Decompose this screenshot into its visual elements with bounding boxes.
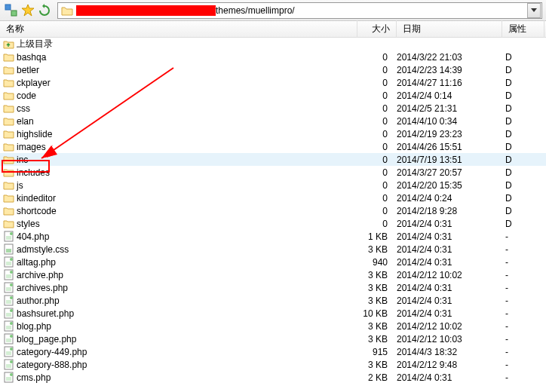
item-date: 2014/2/4 0:31: [397, 231, 502, 242]
list-item[interactable]: author.php3 KB2014/2/4 0:31-: [0, 294, 546, 307]
item-attr: D: [502, 103, 544, 114]
svg-rect-12: [6, 262, 11, 265]
chevron-down-icon[interactable]: [527, 3, 541, 18]
list-item[interactable]: bashqa02014/3/22 21:03D: [0, 51, 546, 63]
list-item[interactable]: ckplayer02014/4/27 11:16D: [0, 76, 546, 89]
list-item[interactable]: shortcode02014/2/18 9:28D: [0, 204, 546, 217]
item-name: js: [15, 180, 357, 191]
list-item[interactable]: css02014/2/5 21:31D: [0, 102, 546, 115]
list-item[interactable]: js02014/2/20 15:35D: [0, 179, 546, 191]
list-item[interactable]: category-449.php9152014/4/3 18:32-: [0, 345, 546, 358]
folder-icon: [2, 180, 15, 190]
item-size: 915: [357, 347, 397, 357]
folder-icon: [2, 193, 15, 203]
list-item[interactable]: blog_page.php3 KB2014/2/12 10:03-: [0, 332, 546, 345]
svg-point-40: [10, 373, 13, 376]
item-date: 2014/2/4 0:24: [397, 193, 502, 204]
item-date: 2014/2/12 9:48: [397, 360, 502, 370]
file-icon: [2, 243, 15, 255]
file-icon: [2, 269, 15, 280]
header-attr[interactable]: 属性: [502, 20, 544, 38]
item-date: 2014/4/27 11:16: [397, 78, 502, 88]
item-date: 2014/2/19 23:23: [397, 129, 502, 139]
item-attr: D: [502, 155, 544, 165]
file-list: 上级目录 bashqa02014/3/22 21:03Dbetler02014/…: [0, 38, 546, 392]
header-date[interactable]: 日期: [397, 20, 502, 38]
list-item[interactable]: alltag.php9402014/2/4 0:31-: [0, 256, 546, 268]
list-item[interactable]: elan02014/4/10 0:34D: [0, 115, 546, 127]
svg-rect-10: [6, 249, 11, 253]
list-item[interactable]: blog.php3 KB2014/2/12 10:02-: [0, 320, 546, 332]
list-item[interactable]: bashsuret.php10 KB2014/2/4 0:31-: [0, 307, 546, 320]
list-item[interactable]: 404.php1 KB2014/2/4 0:31-: [0, 230, 546, 243]
svg-marker-5: [531, 8, 537, 12]
svg-point-37: [10, 360, 13, 363]
parent-dir-row[interactable]: 上级目录: [0, 38, 546, 51]
path-text[interactable]: themes/muellimpro/: [216, 5, 295, 16]
item-name: 404.php: [15, 231, 357, 242]
item-attr: D: [502, 65, 544, 75]
item-name: archives.php: [15, 283, 357, 293]
connect-icon[interactable]: [4, 3, 19, 18]
item-name: blog_page.php: [15, 334, 357, 345]
item-size: 0: [357, 193, 397, 204]
list-item[interactable]: highslide02014/2/19 23:23D: [0, 127, 546, 140]
header-size[interactable]: 大小: [357, 20, 397, 38]
svg-point-16: [10, 271, 13, 274]
header-name[interactable]: 名称: [0, 20, 357, 38]
folder-icon: [61, 5, 73, 16]
item-size: 0: [357, 78, 397, 88]
item-name: inc: [15, 155, 357, 165]
svg-line-2: [11, 10, 12, 11]
svg-rect-33: [6, 351, 11, 355]
svg-point-13: [10, 258, 13, 261]
item-name: cms.php: [15, 372, 357, 383]
item-date: 2014/7/19 13:51: [397, 155, 502, 165]
item-attr: -: [502, 283, 544, 293]
item-name: kindeditor: [15, 193, 357, 204]
folder-icon: [2, 65, 15, 75]
file-icon: [2, 372, 15, 383]
list-item[interactable]: admstyle.css3 KB2014/2/4 0:31-: [0, 243, 546, 256]
list-item[interactable]: includes02014/3/27 20:57D: [0, 166, 546, 179]
item-attr: D: [502, 116, 544, 127]
item-size: 0: [357, 52, 397, 63]
list-item[interactable]: category-888.php3 KB2014/2/12 9:48-: [0, 358, 546, 371]
file-icon: [2, 256, 15, 268]
item-date: 2014/2/4 0:14: [397, 90, 502, 101]
item-size: 0: [357, 180, 397, 191]
list-item[interactable]: code02014/2/4 0:14D: [0, 89, 546, 102]
svg-rect-24: [6, 313, 11, 317]
item-attr: -: [502, 308, 544, 319]
item-date: 2014/2/4 0:31: [397, 244, 502, 255]
list-item[interactable]: kindeditor02014/2/4 0:24D: [0, 191, 546, 204]
list-item[interactable]: archives.php3 KB2014/2/4 0:31-: [0, 281, 546, 294]
item-name: ckplayer: [15, 78, 357, 88]
list-item[interactable]: cms.php2 KB2014/2/4 0:31-: [0, 371, 546, 384]
folder-icon: [2, 142, 15, 152]
svg-point-19: [10, 283, 13, 286]
folder-icon: [2, 155, 15, 164]
item-name: css: [15, 103, 357, 114]
item-name: shortcode: [15, 206, 357, 216]
list-item[interactable]: images02014/4/26 15:51D: [0, 140, 546, 153]
item-date: 2014/2/4 0:31: [397, 257, 502, 268]
item-date: 2014/2/4 0:31: [397, 219, 502, 229]
parent-dir-label: 上级目录: [15, 38, 357, 51]
folder-icon: [2, 206, 15, 216]
item-size: 0: [357, 219, 397, 229]
refresh-icon[interactable]: [37, 3, 52, 18]
list-item[interactable]: archive.php3 KB2014/2/12 10:02-: [0, 268, 546, 281]
item-name: elan: [15, 116, 357, 127]
list-item[interactable]: inc02014/7/19 13:51D: [0, 153, 546, 166]
list-item[interactable]: styles02014/2/4 0:31D: [0, 217, 546, 230]
item-size: 10 KB: [357, 308, 397, 319]
item-date: 2014/2/12 10:02: [397, 321, 502, 332]
favorite-icon[interactable]: [20, 3, 35, 18]
folder-icon: [2, 103, 15, 113]
item-attr: D: [502, 167, 544, 178]
list-item[interactable]: betler02014/2/23 14:39D: [0, 63, 546, 76]
item-date: 2014/4/10 0:34: [397, 116, 502, 127]
item-size: 2 KB: [357, 372, 397, 383]
item-name: alltag.php: [15, 257, 357, 268]
